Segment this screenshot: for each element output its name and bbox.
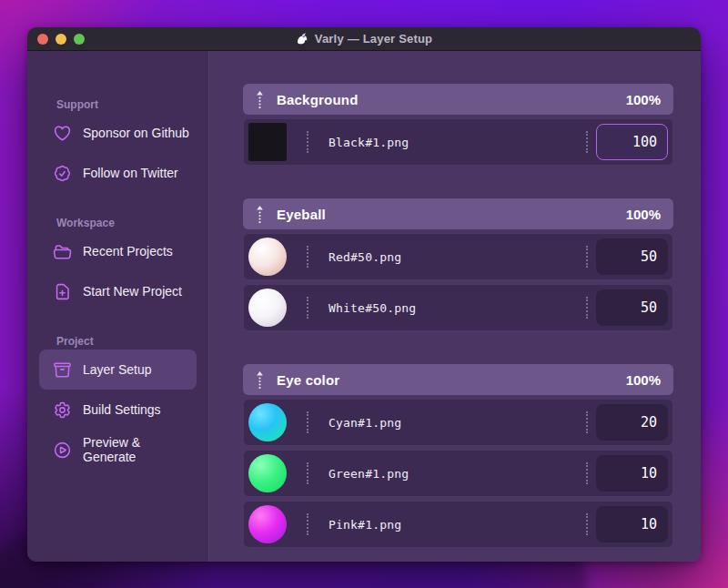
- sidebar-item-label: Start New Project: [83, 284, 182, 299]
- group-header[interactable]: Eye color 100%: [243, 364, 673, 395]
- opacity-input[interactable]: [596, 455, 668, 492]
- layer-group-eye-color: Eye color 100% Cyan#1.png Green#1.png: [243, 364, 673, 548]
- sidebar-item-label: Build Settings: [83, 402, 161, 417]
- row-divider: [586, 297, 588, 319]
- layer-row-green: Green#1.png: [243, 450, 673, 497]
- heart-icon: [53, 124, 72, 143]
- layer-row-red: Red#50.png: [243, 233, 673, 280]
- group-header[interactable]: Background 100%: [243, 84, 673, 115]
- sidebar-section-support: Support: [56, 98, 208, 111]
- play-circle-icon: [53, 441, 72, 460]
- layer-filename: Black#1.png: [329, 136, 409, 149]
- opacity-input[interactable]: [596, 289, 668, 326]
- sidebar-item-recent-projects[interactable]: Recent Projects: [39, 231, 197, 271]
- group-name: Eyeball: [277, 207, 326, 222]
- sidebar-item-label: Follow on Twitter: [83, 166, 178, 180]
- window-title: Varly — Layer Setup: [315, 32, 433, 46]
- layer-thumbnail-red: [248, 238, 287, 276]
- layer-filename: Pink#1.png: [329, 518, 401, 532]
- sidebar-item-label: Sponsor on Github: [83, 126, 189, 140]
- group-weight: 100%: [626, 372, 661, 388]
- sidebar-item-preview-generate[interactable]: Preview & Generate: [39, 430, 197, 470]
- opacity-input[interactable]: [596, 238, 668, 275]
- sidebar-section-workspace: Workspace: [56, 217, 208, 229]
- window-title-wrap: Varly — Layer Setup: [296, 32, 433, 46]
- layer-row-white: White#50.png: [243, 284, 673, 331]
- row-divider: [307, 297, 308, 319]
- folder-open-icon: [53, 242, 72, 261]
- sidebar-item-label: Layer Setup: [83, 362, 152, 377]
- row-divider: [307, 513, 308, 535]
- layer-thumbnail-white: [248, 289, 287, 327]
- opacity-input[interactable]: [596, 506, 668, 542]
- titlebar: Varly — Layer Setup: [27, 27, 701, 51]
- layer-group-background: Background 100% Black#1.png: [243, 84, 673, 166]
- opacity-input[interactable]: [596, 124, 668, 160]
- drag-handle-icon[interactable]: [256, 206, 264, 223]
- badge-check-icon: [53, 164, 72, 183]
- group-name: Background: [277, 92, 359, 107]
- sidebar-item-sponsor-on-github[interactable]: Sponsor on Github: [39, 113, 197, 153]
- sidebar-item-label: Recent Projects: [83, 244, 173, 259]
- window-controls: [37, 27, 85, 50]
- minimize-button[interactable]: [56, 34, 66, 45]
- drag-handle-icon[interactable]: [256, 371, 264, 389]
- layer-row-cyan: Cyan#1.png: [243, 399, 673, 446]
- row-divider: [586, 513, 588, 535]
- layer-row-black: Black#1.png: [243, 118, 673, 166]
- sidebar-item-layer-setup[interactable]: Layer Setup: [39, 350, 197, 390]
- layer-thumbnail-green: [248, 454, 287, 492]
- row-divider: [586, 462, 588, 484]
- group-weight: 100%: [626, 207, 661, 222]
- sidebar-item-start-new-project[interactable]: Start New Project: [39, 271, 197, 311]
- group-header[interactable]: Eyeball 100%: [243, 198, 673, 229]
- layer-row-pink: Pink#1.png: [243, 501, 673, 548]
- row-divider: [586, 131, 588, 153]
- group-weight: 100%: [626, 92, 661, 107]
- layer-filename: Cyan#1.png: [329, 416, 401, 430]
- layer-thumbnail-pink: [248, 505, 287, 543]
- sidebar: Support Sponsor on Github Follow on Twit…: [27, 51, 209, 562]
- zoom-button[interactable]: [74, 34, 85, 45]
- close-button[interactable]: [37, 34, 48, 45]
- layer-thumbnail-cyan: [248, 403, 287, 441]
- row-divider: [586, 246, 588, 268]
- app-window: Varly — Layer Setup Support Sponsor on G…: [27, 27, 701, 562]
- sidebar-item-label: Preview & Generate: [83, 435, 197, 464]
- app-body: Support Sponsor on Github Follow on Twit…: [27, 51, 701, 562]
- group-name: Eye color: [277, 372, 339, 388]
- document-plus-icon: [53, 282, 72, 301]
- row-divider: [586, 411, 588, 433]
- opacity-input[interactable]: [596, 404, 668, 441]
- row-divider: [307, 246, 308, 268]
- row-divider: [307, 411, 308, 433]
- gear-icon: [53, 400, 72, 420]
- sidebar-item-build-settings[interactable]: Build Settings: [39, 390, 197, 430]
- layer-thumbnail-black: [248, 123, 287, 161]
- layer-setup-panel: Background 100% Black#1.png: [209, 51, 701, 562]
- layer-group-eyeball: Eyeball 100% Red#50.png White#50.png: [243, 198, 673, 331]
- drag-handle-icon[interactable]: [256, 91, 264, 108]
- layer-filename: Green#1.png: [329, 467, 409, 481]
- layer-filename: Red#50.png: [329, 250, 401, 264]
- layer-filename: White#50.png: [329, 301, 416, 315]
- row-divider: [307, 462, 308, 484]
- unicorn-icon: [296, 32, 309, 46]
- sidebar-section-project: Project: [56, 335, 208, 348]
- row-divider: [307, 131, 308, 153]
- sidebar-item-follow-on-twitter[interactable]: Follow on Twitter: [39, 153, 197, 193]
- archive-box-icon: [53, 360, 72, 380]
